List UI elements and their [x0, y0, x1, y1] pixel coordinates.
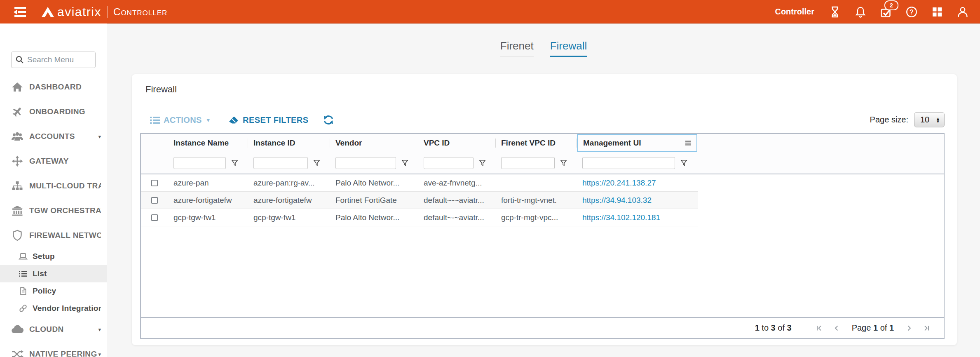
select-arrows-icon: ▲▼ [936, 117, 940, 123]
link-icon [19, 304, 28, 313]
sidebar-search [11, 52, 96, 68]
svg-text:?: ? [910, 9, 914, 16]
sidebar-item-label: TGW ORCHESTRATO [29, 206, 101, 215]
tasks-check-icon[interactable]: 2 [879, 5, 893, 19]
sidebar-item-gateway[interactable]: GATEWAY [0, 149, 107, 174]
row-checkbox[interactable] [151, 197, 158, 204]
brand-name: aviatrix [57, 5, 101, 19]
user-profile-icon[interactable] [956, 5, 969, 19]
pagination-bar: 1 to 3 of 3 Page 1 [141, 317, 944, 338]
pagination-summary: 1 to 3 of 3 [755, 323, 792, 333]
column-menu-icon[interactable] [685, 140, 692, 146]
filter-input-instance-id[interactable] [253, 157, 308, 169]
sidebar-item-label: FIREWALL NETWOR [29, 231, 101, 240]
filter-funnel-icon[interactable] [401, 160, 408, 167]
filter-input-firenet-vpc-id[interactable] [501, 157, 555, 169]
sidebar-item-cloudn[interactable]: CLOUDN ▾ [0, 317, 107, 342]
sidebar-item-firewall-network[interactable]: FIREWALL NETWOR [0, 223, 107, 248]
pending-tasks-icon[interactable] [828, 5, 842, 19]
document-icon [19, 287, 28, 295]
home-icon [11, 82, 23, 92]
tab-firewall[interactable]: Firewall [550, 40, 587, 57]
sidebar-item-tgw-orchestrator[interactable]: TGW ORCHESTRATO [0, 198, 107, 223]
chevron-down-icon: ▾ [98, 326, 101, 333]
sidebar-item-native-peering[interactable]: NATIVE PEERING ▾ [0, 342, 107, 357]
bank-icon [11, 205, 23, 216]
help-icon[interactable]: ? [905, 5, 918, 19]
sidebar-item-onboarding[interactable]: ONBOARDING [0, 99, 107, 124]
reset-filters-label: RESET FILTERS [243, 115, 308, 125]
notifications-bell-icon[interactable] [854, 5, 867, 19]
management-ui-link[interactable]: https://34.102.120.181 [582, 213, 660, 222]
cell-instance-name: gcp-tgw-fw1 [168, 213, 248, 222]
plane-icon [11, 106, 23, 117]
reset-filters-button[interactable]: RESET FILTERS [228, 115, 308, 125]
collapse-menu-icon[interactable] [11, 4, 29, 20]
filter-input-instance-name[interactable] [173, 157, 226, 169]
chevron-down-icon: ▾ [98, 351, 101, 357]
apps-grid-icon[interactable] [931, 5, 944, 19]
row-checkbox[interactable] [151, 180, 158, 186]
sidebar: DASHBOARD ONBOARDING ACCOUN [0, 23, 107, 357]
sidebar-item-label: Policy [33, 287, 56, 296]
filter-input-management-ui[interactable] [582, 157, 675, 169]
column-header-firenet-vpc-id[interactable]: Firenet VPC ID [496, 134, 577, 152]
column-header-instance-id[interactable]: Instance ID [248, 134, 330, 152]
cell-instance-name: azure-fortigatefw [168, 196, 248, 205]
users-icon [11, 131, 23, 142]
controller-label: Controller [775, 7, 814, 16]
table-row[interactable]: gcp-tgw-fw1 gcp-tgw-fw1 Palo Alto Networ… [141, 209, 698, 226]
page-tabs: Firenet Firewall [107, 40, 980, 57]
sidebar-item-setup[interactable]: Setup [0, 248, 107, 265]
cell-instance-id: gcp-tgw-fw1 [248, 213, 330, 222]
move-arrows-icon [11, 155, 23, 167]
cell-vendor: Palo Alto Networ... [330, 178, 418, 188]
column-header-instance-name[interactable]: Instance Name [168, 134, 248, 152]
cell-vpc-id: default~-~aviatr... [418, 213, 496, 222]
sidebar-item-multicloud-transit[interactable]: MULTI-CLOUD TRAN [0, 174, 107, 198]
table-row[interactable]: azure-pan azure-pan:rg-av... Palo Alto N… [141, 174, 698, 192]
filter-funnel-icon[interactable] [680, 160, 687, 167]
tab-firenet[interactable]: Firenet [500, 40, 534, 57]
next-page-button[interactable] [905, 324, 913, 332]
notification-badge: 2 [884, 0, 898, 10]
sidebar-item-label: ACCOUNTS [29, 132, 75, 141]
shuffle-icon [11, 349, 23, 357]
cloud-icon [11, 325, 23, 334]
sidebar-item-label: NATIVE PEERING [29, 350, 97, 357]
filter-funnel-icon[interactable] [560, 160, 567, 167]
first-page-button[interactable] [816, 324, 823, 332]
pagination-page-info: Page 1 of 1 [852, 323, 894, 333]
actions-button[interactable]: ACTIONS ▼ [150, 115, 211, 125]
sidebar-item-dashboard[interactable]: DASHBOARD [0, 75, 107, 99]
cell-instance-name: azure-pan [168, 178, 248, 188]
refresh-button[interactable] [323, 115, 334, 125]
column-header-vendor[interactable]: Vendor [330, 134, 418, 152]
filter-funnel-icon[interactable] [313, 160, 320, 167]
topbar-divider [107, 6, 108, 18]
sidebar-item-policy[interactable]: Policy [0, 282, 107, 300]
page-size-label: Page size: [870, 115, 908, 124]
page-size-select[interactable]: 10 ▲▼ [914, 112, 945, 127]
panel-title: Firewall [145, 84, 177, 95]
firewall-table: Instance Name Instance ID Vendor VPC ID … [140, 133, 945, 339]
table-row[interactable]: azure-fortigatefw azure-fortigatefw Fort… [141, 192, 698, 209]
column-header-vpc-id[interactable]: VPC ID [418, 134, 496, 152]
last-page-button[interactable] [923, 324, 930, 332]
filter-input-vendor[interactable] [335, 157, 396, 169]
sidebar-item-accounts[interactable]: ACCOUNTS ▾ [0, 124, 107, 149]
header-checkbox-spacer [141, 134, 168, 152]
filter-input-vpc-id[interactable] [424, 157, 474, 169]
sidebar-item-vendor-integration[interactable]: Vendor Integration [0, 300, 107, 317]
management-ui-link[interactable]: https://20.241.138.27 [582, 178, 656, 187]
table-filter-row [141, 152, 944, 174]
previous-page-button[interactable] [833, 324, 840, 332]
sidebar-item-list[interactable]: List [0, 265, 107, 282]
row-checkbox[interactable] [151, 214, 158, 221]
cell-vendor: Palo Alto Networ... [330, 213, 418, 222]
column-header-management-ui[interactable]: Management UI [577, 134, 697, 152]
filter-funnel-icon[interactable] [479, 160, 486, 167]
sidebar-item-label: Setup [33, 252, 55, 261]
filter-funnel-icon[interactable] [231, 160, 238, 167]
management-ui-link[interactable]: https://34.94.103.32 [582, 196, 652, 204]
